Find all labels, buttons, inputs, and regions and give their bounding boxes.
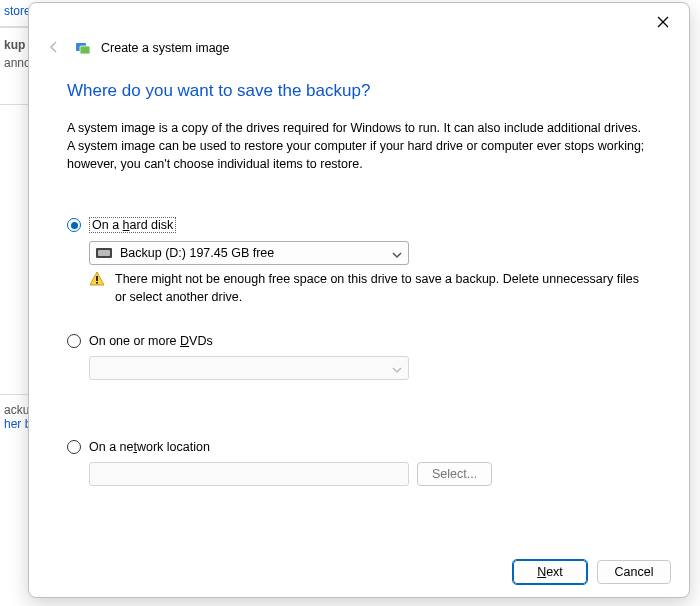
arrow-left-icon (47, 40, 61, 57)
hard-disk-dropdown[interactable]: Backup (D:) 197.45 GB free (89, 241, 409, 265)
chevron-down-icon (392, 249, 402, 259)
radio-network[interactable]: On a network location (67, 440, 651, 454)
close-button[interactable] (643, 9, 683, 37)
create-system-image-dialog: Create a system image Where do you want … (28, 2, 690, 598)
dialog-footer: Next Cancel (29, 547, 689, 597)
network-path-input (89, 462, 409, 486)
page-heading: Where do you want to save the backup? (67, 81, 651, 101)
header: Create a system image (29, 37, 689, 59)
background-obscured: store kup se annot ackup her b (0, 0, 30, 606)
radio-hard-disk[interactable]: On a hard disk (67, 217, 651, 233)
cancel-button[interactable]: Cancel (597, 560, 671, 584)
radio-icon (67, 440, 81, 454)
svg-rect-6 (96, 282, 98, 284)
free-space-warning: There might not be enough free space on … (89, 271, 651, 306)
dvd-dropdown (89, 356, 409, 380)
radio-network-label: On a network location (89, 440, 210, 454)
radio-icon (67, 334, 81, 348)
svg-rect-5 (96, 276, 98, 281)
hard-drive-icon (96, 248, 112, 258)
next-button[interactable]: Next (513, 560, 587, 584)
selected-drive-text: Backup (D:) 197.45 GB free (120, 246, 274, 260)
radio-icon (67, 218, 81, 232)
titlebar (29, 3, 689, 41)
page-description: A system image is a copy of the drives r… (67, 119, 651, 173)
back-button (43, 37, 65, 59)
warning-text: There might not be enough free space on … (115, 271, 651, 306)
radio-dvd[interactable]: On one or more DVDs (67, 334, 651, 348)
close-icon (657, 16, 669, 31)
option-dvd: On one or more DVDs (67, 334, 651, 380)
radio-hard-disk-label: On a hard disk (89, 217, 176, 233)
option-network: On a network location Select... (67, 440, 651, 486)
content-area: Where do you want to save the backup? A … (29, 59, 689, 547)
system-image-icon (75, 40, 91, 56)
dialog-title: Create a system image (101, 41, 230, 55)
svg-rect-3 (80, 46, 90, 54)
option-hard-disk: On a hard disk Backup (D:) 197.45 GB fre… (67, 217, 651, 306)
chevron-down-icon (392, 364, 402, 374)
radio-dvd-label: On one or more DVDs (89, 334, 213, 348)
select-network-button: Select... (417, 462, 492, 486)
warning-icon (89, 271, 105, 287)
